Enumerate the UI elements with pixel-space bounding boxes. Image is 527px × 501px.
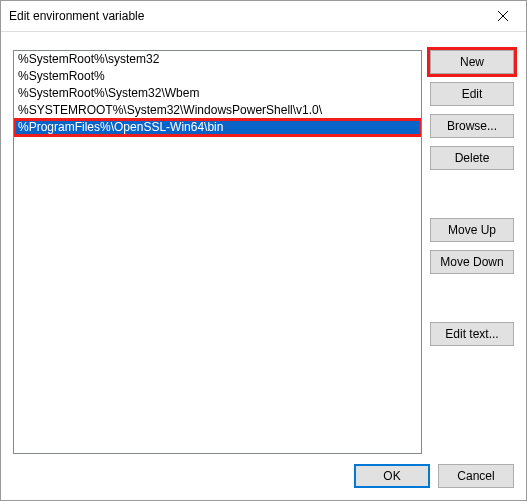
list-item[interactable]: %SYSTEMROOT%\System32\WindowsPowerShell\… <box>14 102 421 119</box>
edit-text-button[interactable]: Edit text... <box>430 322 514 346</box>
dialog-window: Edit environment variable %SystemRoot%\s… <box>0 0 527 501</box>
path-listbox[interactable]: %SystemRoot%\system32%SystemRoot%%System… <box>13 50 422 454</box>
move-up-button[interactable]: Move Up <box>430 218 514 242</box>
list-item[interactable]: %SystemRoot%\system32 <box>14 51 421 68</box>
list-item[interactable]: %SystemRoot% <box>14 68 421 85</box>
list-item[interactable]: %ProgramFiles%\OpenSSL-Win64\bin <box>14 119 421 136</box>
new-button[interactable]: New <box>430 50 514 74</box>
window-title: Edit environment variable <box>9 9 144 23</box>
move-down-button[interactable]: Move Down <box>430 250 514 274</box>
side-buttons: New Edit Browse... Delete Move Up Move D… <box>430 44 514 454</box>
dialog-footer: OK Cancel <box>13 454 514 488</box>
cancel-button[interactable]: Cancel <box>438 464 514 488</box>
ok-button[interactable]: OK <box>354 464 430 488</box>
dialog-content: %SystemRoot%\system32%SystemRoot%%System… <box>1 32 526 500</box>
list-item[interactable]: %SystemRoot%\System32\Wbem <box>14 85 421 102</box>
titlebar: Edit environment variable <box>1 1 526 32</box>
browse-button[interactable]: Browse... <box>430 114 514 138</box>
delete-button[interactable]: Delete <box>430 146 514 170</box>
main-row: %SystemRoot%\system32%SystemRoot%%System… <box>13 44 514 454</box>
close-icon <box>498 11 508 21</box>
edit-button[interactable]: Edit <box>430 82 514 106</box>
close-button[interactable] <box>480 1 526 31</box>
